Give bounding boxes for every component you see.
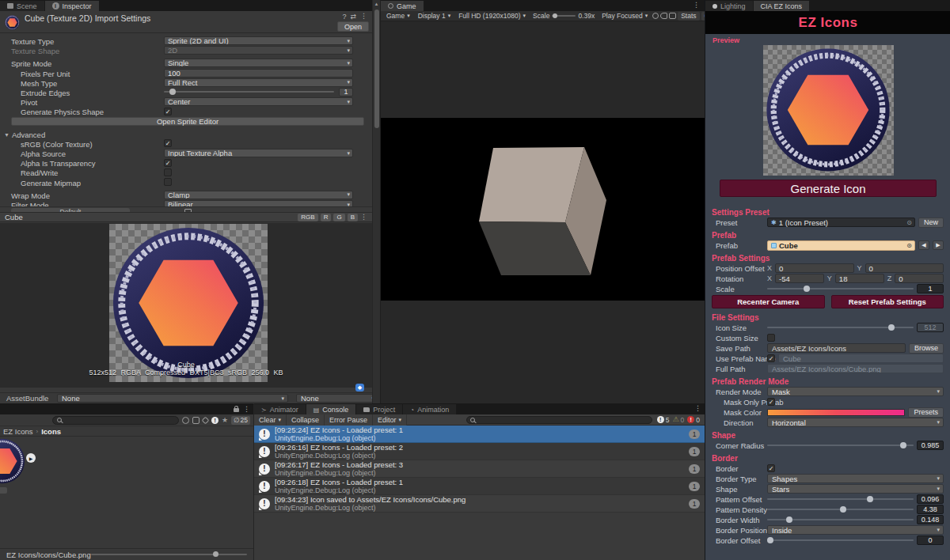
slider-track[interactable]	[164, 91, 334, 93]
console-log-row[interactable]: ![09:34:23] Icon saved to Assets/EZ Icon…	[254, 495, 705, 513]
rotation-y-field[interactable]: 18	[835, 274, 884, 283]
scrollbar-thumb[interactable]	[374, 9, 379, 128]
channel-button-r[interactable]: R	[321, 214, 332, 221]
log-filter-icon[interactable]: !	[211, 417, 218, 424]
tab-cia-ez-icons[interactable]: CIA EZ Icons	[754, 1, 811, 11]
mesh-type-dropdown[interactable]: Full Rect▾	[164, 78, 353, 87]
slider-value[interactable]: 0.096	[917, 494, 944, 504]
label-tag-icon[interactable]	[202, 416, 210, 424]
project-search-input[interactable]	[52, 416, 179, 425]
asset-label-icon[interactable]: ◆	[355, 384, 364, 392]
search-by-type-icon[interactable]	[182, 417, 189, 424]
info-count[interactable]: !5	[657, 416, 670, 424]
new-button[interactable]: New	[918, 218, 944, 228]
scale-slider[interactable]: Scale 0.39x	[530, 12, 597, 20]
open-button[interactable]: Open	[337, 21, 369, 32]
clear-button[interactable]: Clear▾	[254, 414, 287, 426]
assetbundle-dropdown[interactable]: None▾	[57, 394, 288, 403]
tab-game[interactable]: Game	[381, 1, 424, 11]
package-icon[interactable]	[192, 417, 200, 424]
kebab-icon[interactable]: ⋮	[243, 406, 250, 413]
border-position-dropdown[interactable]: Inside▾	[767, 525, 944, 535]
scale-knob[interactable]	[553, 13, 557, 18]
tab-animation[interactable]: ◔Animation	[403, 404, 457, 414]
preset-object-field[interactable]: ✱1 (Icon Preset)⊙	[767, 218, 915, 227]
slider-value[interactable]: 0.148	[917, 515, 944, 524]
collapse-button[interactable]: Collapse	[287, 414, 325, 426]
game-mode-dropdown[interactable]: Game▾	[383, 12, 413, 21]
kebab-icon[interactable]: ⋮	[360, 13, 367, 21]
breadcrumb-current[interactable]: Icons	[41, 427, 61, 436]
generate-icon-button[interactable]: Generate Icon	[720, 180, 937, 197]
console-log-row[interactable]: ![09:26:17] EZ Icons - Loaded preset: 3U…	[254, 460, 705, 478]
shape-dropdown[interactable]: Stars▾	[767, 484, 944, 494]
prev-prefab-button[interactable]: ◀	[918, 240, 929, 250]
tab-inspector[interactable]: iInspector	[45, 1, 100, 11]
presets-button[interactable]: Presets	[908, 407, 944, 418]
hidden-count-chip[interactable]: ∅25	[231, 416, 250, 425]
help-icon[interactable]: ?	[342, 13, 346, 21]
bug-debug-icon[interactable]	[652, 13, 659, 19]
channel-button-rgb[interactable]: RGB	[298, 214, 317, 221]
channel-button-b[interactable]: B	[348, 214, 358, 221]
slider-knob[interactable]	[900, 442, 906, 448]
thumbnail-size-slider[interactable]	[91, 554, 247, 555]
alpha-is-transparency-checkbox[interactable]: ✓	[164, 159, 172, 167]
sprite-mode-dropdown[interactable]: Single▾	[164, 59, 353, 67]
rotation-z-field[interactable]: 0	[895, 274, 944, 283]
prefab-object-field[interactable]: Cube⊙	[767, 240, 915, 251]
save-path-field[interactable]: Assets/EZ Icons/Icons	[767, 343, 906, 353]
browse-button[interactable]: Browse	[909, 343, 944, 354]
slider-value[interactable]: 0.985	[917, 441, 944, 450]
pattern-offset-slider[interactable]	[767, 498, 914, 500]
srgb-color-texture-checkbox[interactable]: ✓	[164, 139, 172, 147]
texture-type-dropdown[interactable]: Sprite (2D and UI)▾	[164, 36, 353, 45]
scale-slider[interactable]	[767, 288, 914, 289]
direction-dropdown[interactable]: Horizontal▾	[767, 418, 944, 427]
favorites-star-icon[interactable]: ★	[222, 417, 228, 424]
lock-icon[interactable]	[234, 408, 239, 412]
console-log-row[interactable]: ![09:26:18] EZ Icons - Loaded preset: 1U…	[254, 478, 705, 495]
object-picker-icon[interactable]: ⊙	[906, 242, 912, 249]
inspector-scrollbar[interactable]: ▲	[372, 0, 380, 403]
object-picker-icon[interactable]: ⊙	[906, 219, 912, 226]
slider-value[interactable]: 1	[917, 284, 944, 293]
resolution-dropdown[interactable]: Full HD (1920x1080)▾	[455, 12, 529, 21]
wrap-mode-dropdown[interactable]: Clamp▾	[164, 191, 353, 199]
kebab-icon[interactable]: ⋮	[694, 405, 701, 412]
next-prefab-button[interactable]: ▶	[933, 240, 944, 250]
slider-knob[interactable]	[804, 286, 810, 292]
console-search-input[interactable]	[466, 416, 652, 424]
slider-knob[interactable]	[169, 89, 176, 95]
advanced-foldout[interactable]: ▼Advanced	[4, 131, 45, 139]
rotation-x-field[interactable]: -54	[775, 274, 824, 283]
stats-button[interactable]: Stats	[678, 12, 699, 21]
scroll-up-icon[interactable]: ▲	[373, 2, 380, 6]
mute-audio-icon[interactable]	[660, 13, 667, 19]
slider-value[interactable]: 4.38	[917, 505, 944, 514]
corner-radius-slider[interactable]	[767, 445, 914, 446]
error-count[interactable]: !0	[687, 416, 700, 424]
read-write-checkbox[interactable]	[164, 168, 172, 176]
preview-kebab-icon[interactable]: ⋮	[360, 214, 367, 221]
slider-knob[interactable]	[767, 537, 773, 543]
assetbundle-variant-dropdown[interactable]: None▾	[296, 394, 378, 403]
reset-prefab-settings-button[interactable]: Reset Prefab Settings	[831, 295, 944, 308]
console-log-row[interactable]: ![09:25:24] EZ Icons - Loaded preset: 1U…	[254, 426, 705, 443]
slider-knob[interactable]	[888, 324, 895, 331]
icon-size-slider[interactable]	[767, 327, 914, 328]
breadcrumb-parent[interactable]: EZ Icons	[3, 427, 33, 436]
mask-color-gradient[interactable]	[767, 409, 905, 416]
generate-mipmap-checkbox[interactable]	[164, 178, 172, 186]
pivot-dropdown[interactable]: Center▾	[164, 97, 353, 106]
editor-dropdown[interactable]: Editor▾	[373, 414, 407, 426]
cube-png-thumbnail[interactable]	[0, 438, 25, 484]
play-focused-dropdown[interactable]: Play Focused▾	[598, 12, 651, 21]
slider-value[interactable]: 0	[917, 535, 944, 545]
generate-physics-shape-checkbox[interactable]: ✓	[164, 108, 172, 115]
mask-only-prefab-checkbox[interactable]: ✓	[767, 398, 775, 406]
slider-knob[interactable]	[840, 506, 846, 513]
use-prefab-name-checkbox[interactable]: ✓	[767, 354, 775, 362]
kebab-icon[interactable]: ⋮	[693, 2, 700, 9]
slider-knob[interactable]	[867, 496, 873, 502]
